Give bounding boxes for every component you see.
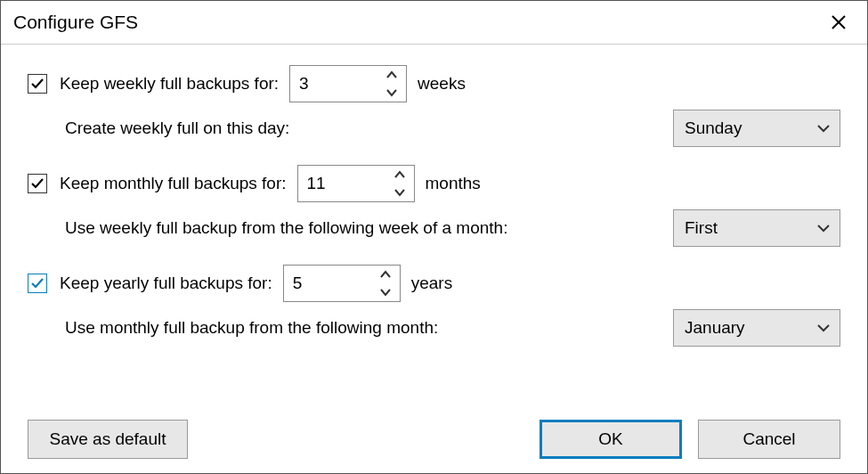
monthly-checkbox-wrap: Keep monthly full backups for: — [28, 174, 287, 193]
weekly-sub-row: Create weekly full on this day: Sunday — [28, 109, 840, 148]
yearly-spin-down[interactable] — [371, 283, 400, 301]
weekly-spin-up[interactable] — [377, 66, 406, 84]
check-icon — [30, 77, 45, 91]
check-icon — [30, 176, 45, 191]
monthly-spin-up[interactable] — [385, 166, 414, 184]
weekly-section: Keep weekly full backups for: 3 weeks — [28, 64, 840, 148]
weekly-checkbox[interactable] — [28, 74, 47, 94]
weekly-unit: weeks — [418, 74, 466, 94]
monthly-unit: months — [426, 174, 481, 193]
yearly-unit: years — [411, 274, 452, 293]
yearly-checkbox[interactable] — [28, 274, 47, 293]
chevron-up-icon — [379, 270, 392, 279]
monthly-value[interactable]: 11 — [298, 166, 385, 201]
monthly-sub-row: Use weekly full backup from the followin… — [28, 208, 840, 248]
weekly-keep-row: Keep weekly full backups for: 3 weeks — [28, 64, 840, 103]
yearly-checkbox-wrap: Keep yearly full backups for: — [28, 274, 272, 293]
button-row: Save as default OK Cancel — [28, 407, 840, 459]
yearly-spinner-buttons — [371, 266, 400, 301]
weekly-checkbox-wrap: Keep weekly full backups for: — [28, 74, 279, 94]
chevron-down-icon — [816, 224, 831, 233]
configure-gfs-dialog: Configure GFS Keep weekly full backups f… — [0, 0, 868, 474]
save-as-default-label: Save as default — [50, 429, 166, 449]
chevron-down-icon — [393, 188, 406, 197]
titlebar: Configure GFS — [1, 1, 867, 45]
dialog-title: Configure GFS — [13, 12, 138, 33]
weekly-day-value: Sunday — [685, 118, 742, 138]
monthly-value-spinner[interactable]: 11 — [297, 165, 415, 202]
yearly-value[interactable]: 5 — [284, 266, 371, 301]
ok-button[interactable]: OK — [539, 420, 682, 459]
monthly-checkbox[interactable] — [28, 174, 47, 193]
ok-label: OK — [598, 429, 622, 449]
chevron-down-icon — [816, 323, 831, 332]
yearly-month-value: January — [685, 318, 745, 338]
yearly-sub-label: Use monthly full backup from the followi… — [65, 318, 438, 338]
check-icon — [30, 276, 45, 290]
monthly-spinner-buttons — [385, 166, 414, 201]
monthly-week-value: First — [685, 218, 718, 238]
close-icon — [831, 14, 847, 30]
chevron-up-icon — [385, 70, 398, 79]
monthly-keep-label: Keep monthly full backups for: — [60, 174, 287, 193]
monthly-sub-label: Use weekly full backup from the followin… — [65, 218, 507, 238]
cancel-label: Cancel — [742, 429, 795, 449]
yearly-month-dropdown[interactable]: January — [673, 309, 840, 347]
weekly-keep-label: Keep weekly full backups for: — [60, 74, 279, 94]
monthly-keep-row: Keep monthly full backups for: 11 months — [28, 164, 840, 203]
weekly-value[interactable]: 3 — [290, 66, 377, 102]
dialog-content: Keep weekly full backups for: 3 weeks — [1, 45, 867, 473]
yearly-spin-up[interactable] — [371, 266, 400, 283]
close-button[interactable] — [821, 8, 856, 37]
weekly-value-spinner[interactable]: 3 — [289, 65, 407, 102]
chevron-down-icon — [385, 88, 398, 97]
save-as-default-button[interactable]: Save as default — [28, 420, 188, 459]
weekly-sub-label: Create weekly full on this day: — [65, 118, 289, 138]
yearly-section: Keep yearly full backups for: 5 years — [28, 264, 840, 347]
chevron-down-icon — [379, 288, 392, 297]
monthly-spin-down[interactable] — [385, 184, 414, 201]
monthly-week-dropdown[interactable]: First — [673, 209, 840, 247]
weekly-spinner-buttons — [377, 66, 406, 102]
chevron-up-icon — [393, 170, 406, 179]
yearly-keep-label: Keep yearly full backups for: — [60, 274, 272, 293]
weekly-day-dropdown[interactable]: Sunday — [673, 110, 840, 147]
monthly-section: Keep monthly full backups for: 11 months — [28, 164, 840, 248]
yearly-keep-row: Keep yearly full backups for: 5 years — [28, 264, 840, 303]
yearly-value-spinner[interactable]: 5 — [283, 265, 401, 302]
cancel-button[interactable]: Cancel — [698, 420, 840, 459]
chevron-down-icon — [816, 124, 831, 133]
weekly-spin-down[interactable] — [377, 84, 406, 102]
yearly-sub-row: Use monthly full backup from the followi… — [28, 308, 840, 347]
